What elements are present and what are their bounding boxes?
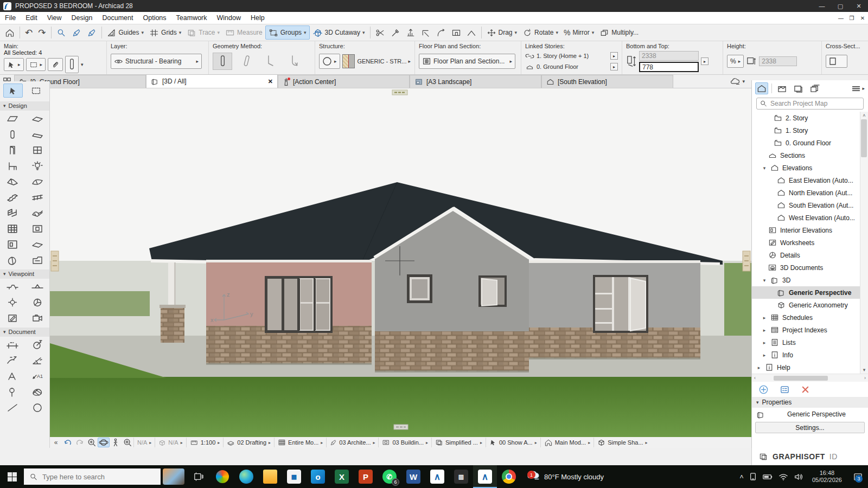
menu-document[interactable]: Document [98,12,138,24]
powerpoint-icon[interactable]: P [354,465,378,488]
search-input[interactable] [770,100,860,107]
interior-elevation-tool[interactable] [1,294,24,310]
cross-section-button[interactable] [826,55,847,68]
stone-pillar[interactable] [159,305,186,343]
tree-item-south-elevation[interactable]: South Elevation (Aut... [752,199,868,211]
menu-view[interactable]: View [42,12,67,24]
layout-book-button[interactable] [792,82,805,94]
excel-icon[interactable]: X [330,465,354,488]
explore-button[interactable] [110,438,122,447]
shell-tool[interactable] [25,174,49,189]
menu-options[interactable]: Options [138,12,171,24]
drag-button[interactable]: Drag▾ [484,25,520,40]
attach-button[interactable] [48,58,63,71]
copilot-icon[interactable] [210,465,234,488]
mirror-button[interactable]: %Mirror▾ [561,25,597,40]
wall-tool[interactable] [1,111,24,126]
graphisoft-id-panel[interactable]: GRAPHISOFT ID [751,448,868,465]
tab-3d-all[interactable]: [3D / All] ✕ [146,74,278,88]
height-field[interactable]: 2338 [759,56,797,66]
project-map-button[interactable] [755,82,768,94]
volume-icon[interactable] [794,473,803,481]
view-settings-button[interactable] [780,385,790,394]
view-back-button[interactable] [62,438,74,447]
orbit-button[interactable] [98,438,110,447]
word-icon[interactable]: W [401,465,425,488]
stair-tool[interactable] [1,189,24,205]
bottom-elevation-field[interactable]: 778 [639,62,699,72]
pen-set-combo[interactable]: 02 Drafting▸ [223,438,274,447]
skylight-tool[interactable] [25,236,49,252]
tool-caret[interactable]: ▾ [81,62,84,67]
minimize-button[interactable]: — [813,0,831,12]
split-button[interactable] [373,25,388,40]
publisher-button[interactable] [808,82,821,94]
tree-item-generic-perspective[interactable]: Generic Perspective [752,286,868,299]
home-button[interactable] [2,25,17,40]
close-button[interactable]: ✕ [850,0,868,12]
arrow-tool[interactable] [3,84,23,98]
lamp-tool[interactable] [25,158,49,174]
building-material-selector[interactable]: GENERIC - STR...▸ [357,58,411,65]
guides-button[interactable]: Guides▾ [104,25,147,40]
tree-item-help[interactable]: ▸Help [752,361,868,374]
home-story-caret[interactable]: ▸ [610,63,618,70]
section-tool[interactable] [1,279,24,294]
wall-opening-button[interactable] [449,25,464,40]
properties-header[interactable]: ▾ Properties [752,397,868,408]
dimension-tool[interactable] [1,337,24,352]
menu-window[interactable]: Window [212,12,246,24]
news-interests-icon[interactable] [163,468,184,485]
top-link-caret[interactable]: ▸ [610,52,618,60]
left-door-window-unit[interactable] [265,276,333,333]
floorplan-display-selector[interactable]: Floor Plan and Section... ▸ [419,54,515,69]
toolbox-design-header[interactable]: ▾Design [0,101,49,111]
taskbar-search[interactable] [24,468,161,485]
object-tool[interactable] [1,158,24,174]
bim-app-icon[interactable]: ▥ [449,465,473,488]
morph-tool[interactable] [1,252,24,268]
groups-button[interactable]: Groups▾ [265,25,310,40]
geometry-vertical-button[interactable] [213,53,232,70]
opening-tool[interactable] [25,221,49,236]
scroll-thumb[interactable] [861,119,867,157]
cutplane-handle-right[interactable] [743,251,750,271]
tree-item-3d-documents[interactable]: 3D Documents [752,261,868,274]
dimension-style-combo[interactable]: 03 Archite...▸ [326,438,378,447]
percent-button[interactable]: %▸ [727,55,744,68]
tree-item-elevations[interactable]: ▾Elevations [752,162,868,174]
tree-item-generic-axonometry[interactable]: Generic Axonometry [752,299,868,311]
beam-tool[interactable] [25,126,49,142]
microsoft-store-icon[interactable]: ▦ [282,465,306,488]
level-dimension-tool[interactable] [1,352,24,368]
scroll-right-icon[interactable]: › [864,375,866,381]
file-explorer-icon[interactable] [258,465,282,488]
marquee-select-button[interactable]: ▸ [26,58,46,71]
weather-widget[interactable]: 1 80°F Mostly cloudy [521,465,609,488]
trace-button[interactable]: Trace▾ [184,25,222,40]
home-story-value[interactable]: 0. Ground Floor [537,63,608,70]
tab-a3-landscape[interactable]: [A3 Landscape] [410,75,541,88]
top-elevation-field[interactable]: 2338 [639,51,699,61]
task-view-button[interactable] [187,465,210,488]
archicad-running-icon[interactable]: ∧ [473,465,497,488]
cutplane-handle-top[interactable] [392,90,407,95]
navigator-menu-button[interactable]: ▸ [851,85,865,93]
tab-action-center[interactable]: [Action Center] [278,75,410,88]
corner-window-tool[interactable] [1,236,24,252]
3d-viewport[interactable]: z y x [50,88,751,437]
tree-item-lists[interactable]: ▸Lists [752,336,868,349]
measure-button[interactable]: Measure [222,25,265,40]
geometry-slanted-button[interactable] [237,53,256,70]
gable-window-right[interactable] [478,275,507,307]
tray-expand-icon[interactable]: ˄ [739,473,744,481]
roof-level-button[interactable] [464,25,479,40]
toolbox-viewpoint-header[interactable]: ▾Viewpoint [0,269,49,279]
multiply-button[interactable]: Multiply... [597,25,641,40]
door-tool[interactable] [1,142,24,158]
left-lawn[interactable] [50,291,150,316]
text-tool[interactable] [1,368,24,384]
menu-edit[interactable]: Edit [21,12,42,24]
scale-combo[interactable]: 1:100▸ [186,438,224,447]
clock[interactable]: 16:48 05/02/2026 [809,470,845,484]
